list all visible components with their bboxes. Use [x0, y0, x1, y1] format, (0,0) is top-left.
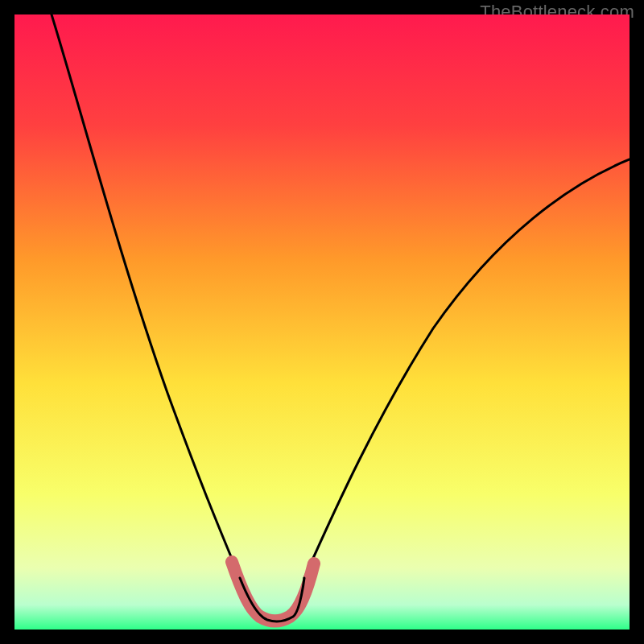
bottleneck-curve-left [52, 14, 240, 578]
chart-frame [14, 14, 630, 630]
bottleneck-curve-right [304, 159, 630, 578]
chart-plot-area [14, 14, 630, 630]
